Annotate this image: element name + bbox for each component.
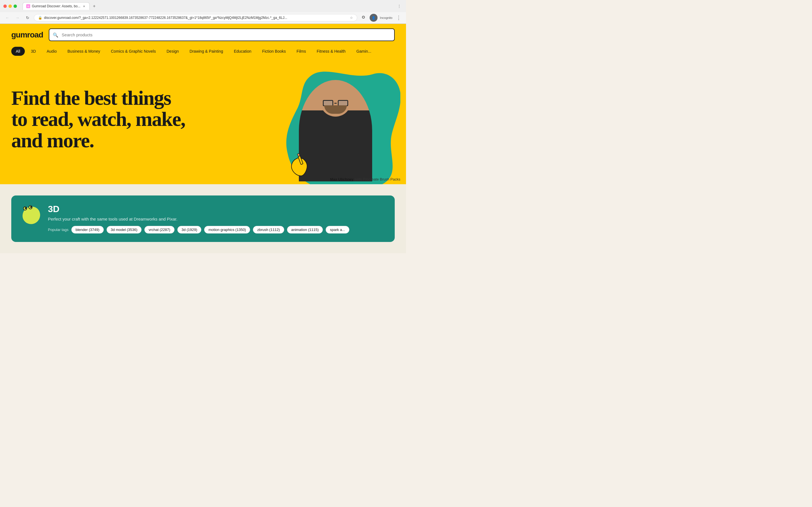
person-head xyxy=(320,86,351,117)
3d-card-title: 3D xyxy=(48,204,386,214)
creator-credit: Max Ulichney sells Procreate Brush Packs xyxy=(330,177,400,181)
beard xyxy=(324,105,347,114)
3d-category-card: 3D Perfect your craft with the same tool… xyxy=(11,195,395,242)
hero-section: Find the best things to read, watch, mak… xyxy=(0,60,406,184)
category-fitness-button[interactable]: Fitness & Health xyxy=(312,47,350,56)
category-comics-button[interactable]: Comics & Graphic Novels xyxy=(106,47,160,56)
tab-bar: G Gumroad Discover: Assets, bo... ✕ + xyxy=(19,2,394,10)
bookmark-icon[interactable]: ☆ xyxy=(350,16,353,20)
puzzle-icon xyxy=(361,15,366,20)
tab-favicon-icon: G xyxy=(26,4,30,8)
creator-link[interactable]: Max Ulichney xyxy=(330,177,354,181)
window-minimize-button[interactable] xyxy=(8,4,12,8)
tag-3d[interactable]: 3d (1929) xyxy=(177,226,202,233)
category-gaming-button[interactable]: Gamin... xyxy=(352,47,376,56)
window-controls xyxy=(3,4,17,8)
browser-extensions-button[interactable] xyxy=(359,14,367,22)
tab-close-button[interactable]: ✕ xyxy=(82,4,86,8)
hero-text-block: Find the best things to read, watch, mak… xyxy=(11,88,222,152)
category-education-button[interactable]: Education xyxy=(229,47,256,56)
forward-button[interactable]: → xyxy=(13,14,21,22)
new-tab-button[interactable]: + xyxy=(91,3,98,10)
category-all-button[interactable]: All xyxy=(11,47,25,56)
profile-button[interactable]: 👤 xyxy=(370,14,377,22)
popular-tags-row: Popular tags blender (3749) 3d model (35… xyxy=(48,226,386,233)
search-icon: 🔍 xyxy=(53,32,58,38)
incognito-label: Incognito xyxy=(380,16,393,19)
creator-sells-text: sells Procreate Brush Packs xyxy=(354,177,400,181)
hand-pencil-svg xyxy=(288,153,313,179)
browser-chrome: G Gumroad Discover: Assets, bo... ✕ + ⋮ … xyxy=(0,0,406,24)
page-header: gumroad 🔍 xyxy=(0,24,406,46)
browser-toolbar: ← → ↻ 🔒 discover.gumroad.com/?_ga=2.1222… xyxy=(0,12,406,24)
category-business-button[interactable]: Business & Money xyxy=(63,47,105,56)
tag-zbrush[interactable]: zbrush (1112) xyxy=(253,226,284,233)
3d-card-content: 3D Perfect your craft with the same tool… xyxy=(48,204,386,233)
refresh-button[interactable]: ↻ xyxy=(24,14,32,22)
category-films-button[interactable]: Films xyxy=(292,47,310,56)
hero-headline: Find the best things to read, watch, mak… xyxy=(11,88,222,152)
lock-icon: 🔒 xyxy=(38,16,42,20)
back-button[interactable]: ← xyxy=(3,14,11,22)
svg-point-3 xyxy=(25,207,27,209)
mascot-hand-illustration xyxy=(288,153,313,179)
bottom-section: 3D Perfect your craft with the same tool… xyxy=(0,184,406,253)
category-nav: All 3D Audio Business & Money Comics & G… xyxy=(0,46,406,60)
browser-titlebar: G Gumroad Discover: Assets, bo... ✕ + ⋮ xyxy=(0,0,406,12)
tag-animation[interactable]: animation (1115) xyxy=(287,226,323,233)
gumroad-logo: gumroad xyxy=(11,31,43,40)
address-bar[interactable]: 🔒 discover.gumroad.com/?_ga=2.122242571.… xyxy=(34,14,357,21)
category-fiction-button[interactable]: Fiction Books xyxy=(258,47,290,56)
category-3d-button[interactable]: 3D xyxy=(27,47,41,56)
category-design-button[interactable]: Design xyxy=(162,47,184,56)
category-drawing-button[interactable]: Drawing & Painting xyxy=(185,47,227,56)
category-audio-button[interactable]: Audio xyxy=(42,47,61,56)
address-text: discover.gumroad.com/?_ga=2.122242571.10… xyxy=(44,16,348,20)
search-container: 🔍 xyxy=(49,29,395,41)
tag-spark[interactable]: spark a... xyxy=(326,226,349,233)
tag-motion-graphics[interactable]: motion graphics (1350) xyxy=(204,226,250,233)
hero-line-3: and more. xyxy=(11,129,94,152)
creator-illustration xyxy=(282,66,400,184)
profile-icon: 👤 xyxy=(371,16,375,20)
3d-mascot-svg xyxy=(20,204,42,226)
hero-line-1: Find the best things xyxy=(11,87,171,109)
3d-card-desc: Perfect your craft with the same tools u… xyxy=(48,217,386,221)
tab-extra-button[interactable]: ⋮ xyxy=(396,3,403,10)
3d-mascot xyxy=(20,204,42,226)
window-maximize-button[interactable] xyxy=(13,4,17,8)
active-tab[interactable]: G Gumroad Discover: Assets, bo... ✕ xyxy=(22,2,90,10)
window-close-button[interactable] xyxy=(3,4,7,8)
browser-menu-button[interactable]: ⋮ xyxy=(395,14,403,22)
tag-blender[interactable]: blender (3749) xyxy=(71,226,104,233)
svg-point-6 xyxy=(30,206,32,208)
tag-3d-model[interactable]: 3d model (3536) xyxy=(107,226,142,233)
popular-tags-label: Popular tags xyxy=(48,228,68,232)
tag-vrchat[interactable]: vrchat (2287) xyxy=(144,226,174,233)
search-input[interactable] xyxy=(49,29,395,41)
tab-title: Gumroad Discover: Assets, bo... xyxy=(32,4,80,8)
hero-line-2: to read, watch, make, xyxy=(11,108,185,130)
